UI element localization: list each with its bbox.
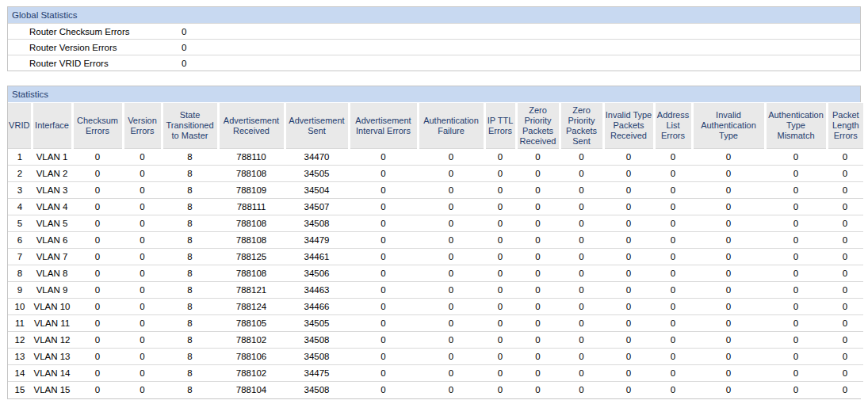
table-cell: VLAN 6 xyxy=(32,232,72,249)
table-cell: 0 xyxy=(765,249,827,265)
stats-col-header: Authentication Type Mismatch xyxy=(765,103,827,149)
stats-col-header: Authentication Failure xyxy=(418,103,484,149)
table-cell: 0 xyxy=(654,249,692,265)
table-cell: 0 xyxy=(560,182,603,199)
table-cell: 0 xyxy=(516,382,560,398)
table-cell: 0 xyxy=(484,149,516,166)
table-cell: 0 xyxy=(418,282,484,299)
table-cell: 0 xyxy=(72,299,123,315)
table-cell: 0 xyxy=(418,349,484,365)
table-cell: 0 xyxy=(603,315,654,332)
table-cell: 10 xyxy=(8,299,32,315)
statistics-title: Statistics xyxy=(8,86,860,102)
table-cell: 8 xyxy=(162,215,218,232)
table-cell: 0 xyxy=(603,166,654,182)
table-cell: 14 xyxy=(8,365,32,382)
table-cell: 0 xyxy=(654,299,692,315)
table-cell: 0 xyxy=(692,332,765,349)
table-cell: 0 xyxy=(349,282,418,299)
table-cell: 0 xyxy=(516,282,560,299)
table-cell: 0 xyxy=(123,149,162,166)
table-cell: 0 xyxy=(692,365,765,382)
table-cell: 0 xyxy=(418,299,484,315)
table-cell: 788108 xyxy=(218,265,285,282)
table-cell: 0 xyxy=(516,199,560,215)
table-cell: VLAN 12 xyxy=(32,332,72,349)
table-cell: 0 xyxy=(692,265,765,282)
table-cell: 0 xyxy=(516,315,560,332)
table-cell: 8 xyxy=(162,299,218,315)
table-cell: 0 xyxy=(692,149,765,166)
table-cell: 0 xyxy=(484,182,516,199)
table-cell: 9 xyxy=(8,282,32,299)
table-cell: VLAN 1 xyxy=(32,149,72,166)
table-cell: 0 xyxy=(349,232,418,249)
table-cell: 0 xyxy=(349,332,418,349)
table-cell: 0 xyxy=(603,332,654,349)
table-cell: 8 xyxy=(162,349,218,365)
table-cell: 34461 xyxy=(285,249,349,265)
table-cell: 0 xyxy=(349,315,418,332)
table-cell: 0 xyxy=(516,365,560,382)
table-cell: VLAN 14 xyxy=(32,365,72,382)
table-row: 9VLAN 9008788121344630000000000 xyxy=(8,282,863,299)
table-cell: 5 xyxy=(8,215,32,232)
table-cell: 0 xyxy=(827,149,863,166)
table-cell: 0 xyxy=(123,215,162,232)
table-cell: 0 xyxy=(692,282,765,299)
table-cell: 0 xyxy=(349,365,418,382)
stats-col-header: Version Errors xyxy=(123,103,162,149)
table-cell: 0 xyxy=(692,299,765,315)
table-cell: 0 xyxy=(603,149,654,166)
table-cell: 0 xyxy=(692,182,765,199)
table-cell: 0 xyxy=(654,232,692,249)
table-cell: 0 xyxy=(765,382,827,398)
stats-col-header: Advertisement Received xyxy=(218,103,285,149)
table-cell: 0 xyxy=(123,282,162,299)
table-cell: 0 xyxy=(827,315,863,332)
table-cell: 0 xyxy=(72,249,123,265)
table-cell: 0 xyxy=(765,265,827,282)
table-cell: 0 xyxy=(603,299,654,315)
table-row: 2VLAN 2008788108345050000000000 xyxy=(8,166,863,182)
stats-col-header: Zero Priority Packets Sent xyxy=(560,103,603,149)
table-cell: 0 xyxy=(349,382,418,398)
table-cell: 34507 xyxy=(285,199,349,215)
table-cell: 0 xyxy=(560,299,603,315)
table-cell: 0 xyxy=(654,166,692,182)
table-cell: 0 xyxy=(123,332,162,349)
stats-col-header: IP TTL Errors xyxy=(484,103,516,149)
table-cell: 0 xyxy=(654,215,692,232)
table-cell: 0 xyxy=(827,282,863,299)
table-cell: 0 xyxy=(692,232,765,249)
table-cell: VLAN 8 xyxy=(32,265,72,282)
table-cell: 0 xyxy=(418,249,484,265)
table-cell: 0 xyxy=(827,265,863,282)
table-cell: 0 xyxy=(72,215,123,232)
table-cell: 0 xyxy=(560,382,603,398)
table-cell: 0 xyxy=(418,382,484,398)
table-cell: 0 xyxy=(827,199,863,215)
table-row: 14VLAN 14008788102344750000000000 xyxy=(8,365,863,382)
table-cell: 0 xyxy=(516,249,560,265)
table-cell: 0 xyxy=(603,182,654,199)
table-row: 1VLAN 1008788110344700000000000 xyxy=(8,149,863,166)
table-cell: VLAN 10 xyxy=(32,299,72,315)
table-cell: 788102 xyxy=(218,365,285,382)
table-cell: 0 xyxy=(72,382,123,398)
table-cell: 15 xyxy=(8,382,32,398)
table-cell: 0 xyxy=(484,332,516,349)
table-cell: 0 xyxy=(516,299,560,315)
table-cell: VLAN 13 xyxy=(32,349,72,365)
table-cell: 0 xyxy=(418,265,484,282)
table-cell: 0 xyxy=(418,166,484,182)
table-cell: 0 xyxy=(560,349,603,365)
table-row: 11VLAN 11008788105345050000000000 xyxy=(8,315,863,332)
table-cell: 0 xyxy=(603,282,654,299)
table-cell: 0 xyxy=(765,215,827,232)
table-cell: 0 xyxy=(349,215,418,232)
table-cell: 0 xyxy=(765,349,827,365)
table-cell: 12 xyxy=(8,332,32,349)
table-cell: 8 xyxy=(162,382,218,398)
table-cell: 788124 xyxy=(218,299,285,315)
